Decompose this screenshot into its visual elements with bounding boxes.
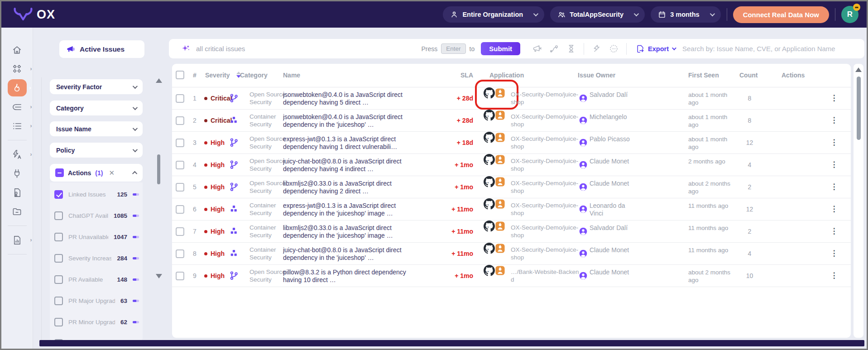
export-button[interactable]: Export xyxy=(636,44,675,53)
sidebar-item-automations[interactable]: › xyxy=(7,146,28,163)
ox-logo[interactable]: OX xyxy=(13,7,55,22)
ai-query-input[interactable] xyxy=(195,44,331,53)
issue-name[interactable]: libxmljs2@0.33.0 is a JavaScript direct … xyxy=(283,180,412,195)
workflow-route-icon[interactable] xyxy=(549,44,559,53)
sidebar-item-projects[interactable]: › xyxy=(7,203,28,220)
filter-actions-header[interactable]: Actions (1) ✕ xyxy=(50,164,143,182)
row-checkbox[interactable] xyxy=(176,94,184,103)
registry-user-icon[interactable] xyxy=(495,88,505,98)
application-name[interactable]: …/Bank-Website-Backend xyxy=(511,268,580,283)
user-avatar[interactable]: R xyxy=(841,6,858,23)
option-checkbox[interactable] xyxy=(54,318,63,326)
actions-indeterminate-checkbox[interactable] xyxy=(55,168,64,177)
issue-name[interactable]: jsonwebtoken@0.4.0 is a JavaScript direc… xyxy=(283,91,412,106)
row-actions-kebab-icon[interactable]: ⋮ xyxy=(829,182,839,192)
row-checkbox[interactable] xyxy=(176,249,184,258)
issue-name[interactable]: pillow@8.3.2 is a Python direct dependen… xyxy=(283,268,412,283)
option-checkbox[interactable] xyxy=(54,275,63,284)
registry-user-icon[interactable] xyxy=(495,110,505,120)
search-input[interactable] xyxy=(681,44,858,53)
application-name[interactable]: OX-Security-Demo/juice-shop xyxy=(511,91,580,106)
row-checkbox[interactable] xyxy=(176,205,184,214)
registry-user-icon[interactable] xyxy=(495,221,505,231)
clear-filter-icon[interactable]: ✕ xyxy=(109,169,115,177)
row-actions-kebab-icon[interactable]: ⋮ xyxy=(829,204,839,214)
issue-name[interactable]: libxmljs2@0.33.0 is a JavaScript direct … xyxy=(283,224,412,239)
filter-option-pr-major-upgrade[interactable]: PR Major Upgrade 63 xyxy=(50,290,143,312)
row-actions-kebab-icon[interactable]: ⋮ xyxy=(829,160,839,170)
row-checkbox[interactable] xyxy=(176,116,184,125)
time-range-selector[interactable]: 3 months xyxy=(651,6,720,23)
filter-option-chatgpt-available[interactable]: ChatGPT Availa... 1085 xyxy=(50,205,143,226)
row-checkbox[interactable] xyxy=(176,227,184,236)
row-checkbox[interactable] xyxy=(176,139,184,147)
scroll-up-arrow[interactable] xyxy=(855,67,862,72)
option-checkbox[interactable] xyxy=(54,211,63,220)
filter-option-pr-minor-upgrade[interactable]: PR Minor Upgrade 62 xyxy=(50,312,143,333)
filter-policy[interactable]: Policy xyxy=(50,143,143,158)
option-checkbox[interactable] xyxy=(54,233,63,241)
sidebar-item-home[interactable]: › xyxy=(7,41,28,58)
option-checkbox[interactable] xyxy=(54,297,63,305)
megaphone-off-icon[interactable] xyxy=(532,44,542,53)
sidebar-divider[interactable]: › xyxy=(8,254,27,254)
submit-button[interactable]: Submit xyxy=(481,42,520,55)
scrollbar-thumb[interactable] xyxy=(857,77,861,140)
filter-category[interactable]: Category xyxy=(50,101,143,115)
registry-user-icon[interactable] xyxy=(495,132,505,143)
sidebar-item-active-issues[interactable]: › xyxy=(7,79,28,96)
sidebar-divider[interactable]: › xyxy=(8,225,27,226)
filter-issue-name[interactable]: Issue Name xyxy=(50,121,143,136)
row-actions-kebab-icon[interactable]: ⋮ xyxy=(829,249,839,259)
row-actions-kebab-icon[interactable]: ⋮ xyxy=(829,138,839,148)
application-selector[interactable]: TotalAppSecurity xyxy=(550,6,645,23)
option-checkbox[interactable] xyxy=(54,190,63,199)
issue-name[interactable]: juicy-chat-bot@0.8.0 is a JavaScript dir… xyxy=(283,246,412,261)
horizontal-scrollbar-track[interactable] xyxy=(39,340,864,346)
row-checkbox[interactable] xyxy=(176,161,184,169)
option-checkbox[interactable] xyxy=(54,254,63,263)
application-name[interactable]: OX-Security-Demo/juice-shop xyxy=(511,246,580,261)
registry-user-icon[interactable] xyxy=(495,199,505,209)
row-checkbox[interactable] xyxy=(176,183,184,192)
sidebar-item-connectors[interactable]: › xyxy=(7,165,28,182)
issue-name[interactable]: juicy-chat-bot@0.8.0 is a JavaScript dir… xyxy=(283,158,412,173)
issue-name[interactable]: express-jwt@0.1.3 is a JavaScript direct… xyxy=(283,202,412,217)
application-name[interactable]: OX-Security-Demo/juice-shop xyxy=(511,113,580,128)
registry-user-icon[interactable] xyxy=(495,154,505,165)
sidebar-item-reports[interactable]: › xyxy=(7,231,28,249)
row-actions-kebab-icon[interactable]: ⋮ xyxy=(829,271,839,281)
filter-option-linked-issues[interactable]: Linked Issues 125 xyxy=(50,184,143,205)
scroll-down-arrow[interactable] xyxy=(156,274,162,278)
filter-severity-factor[interactable]: Severity Factor xyxy=(50,79,143,94)
row-actions-kebab-icon[interactable]: ⋮ xyxy=(829,93,839,103)
application-name[interactable]: OX-Security-Demo/juice-shop xyxy=(511,180,580,195)
application-name[interactable]: OX-Security-Demo/juice-shop xyxy=(511,202,580,217)
scroll-up-arrow[interactable] xyxy=(156,78,162,83)
organization-selector[interactable]: Entire Organization xyxy=(443,6,544,23)
jira-icon[interactable] xyxy=(592,44,601,53)
application-name[interactable]: OX-Security-Demo/juice-shop xyxy=(511,158,580,173)
sidebar-divider[interactable]: › xyxy=(8,140,27,140)
application-name[interactable]: OX-Security-Demo/juice-shop xyxy=(511,135,580,150)
registry-user-icon[interactable] xyxy=(495,177,505,187)
column-header-severity[interactable]: Severity xyxy=(205,72,230,79)
comment-icon[interactable] xyxy=(609,44,619,53)
sidebar-item-policies[interactable]: › xyxy=(7,184,28,201)
row-actions-kebab-icon[interactable]: ⋮ xyxy=(829,226,839,236)
issue-name[interactable]: express-jwt@0.1.3 is a JavaScript direct… xyxy=(283,135,412,150)
scrollbar-thumb[interactable] xyxy=(157,154,160,184)
application-name[interactable]: OX-Security-Demo/juice-shop xyxy=(511,224,580,239)
select-all-checkbox[interactable] xyxy=(176,71,184,79)
sidebar-item-pipelines[interactable]: › xyxy=(7,98,28,115)
filter-option-pr-unavailable[interactable]: PR Unavailable 1047 xyxy=(50,226,143,248)
filter-option-pr-available[interactable]: PR Available 148 xyxy=(50,269,143,290)
connect-real-data-button[interactable]: Connect Real Data Now xyxy=(733,6,829,23)
issue-name[interactable]: jsonwebtoken@0.4.0 is a JavaScript direc… xyxy=(283,113,412,128)
registry-user-icon[interactable] xyxy=(495,243,505,254)
sidebar-item-inventory[interactable]: › xyxy=(7,117,28,134)
registry-user-icon[interactable] xyxy=(495,265,505,276)
filter-option-severity-increased[interactable]: Severity Increased 284 xyxy=(50,248,143,269)
row-actions-kebab-icon[interactable]: ⋮ xyxy=(829,115,839,125)
hourglass-icon[interactable] xyxy=(566,44,576,53)
